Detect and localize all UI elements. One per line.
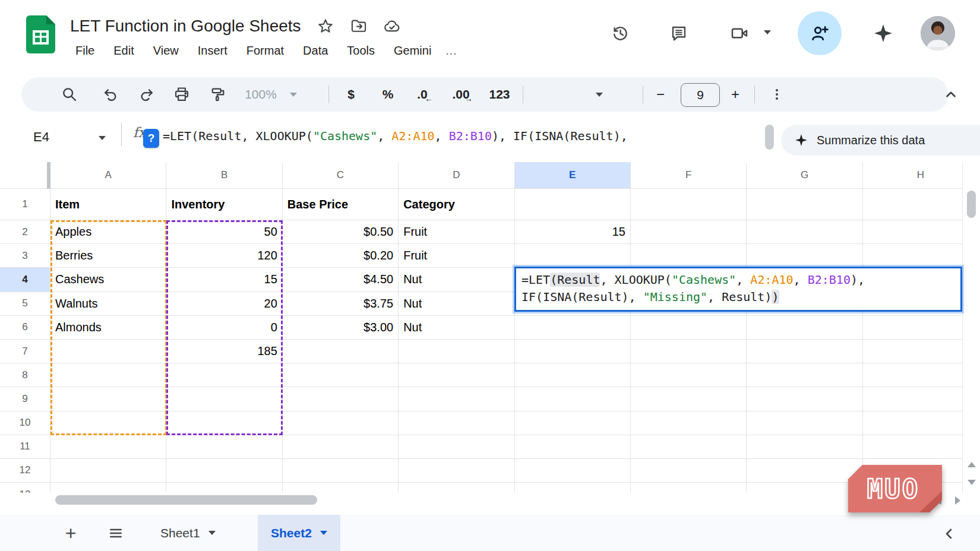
star-icon[interactable] xyxy=(317,17,334,35)
col-header-F[interactable]: F xyxy=(631,162,747,189)
cell-F2[interactable] xyxy=(631,220,747,244)
cell-F3[interactable] xyxy=(631,244,747,268)
redo-icon[interactable] xyxy=(133,77,160,112)
cell-A5[interactable]: Walnuts xyxy=(50,292,166,316)
cell-B12[interactable] xyxy=(166,459,282,483)
cell-A6[interactable]: Almonds xyxy=(50,316,166,340)
cell-A3[interactable]: Berries xyxy=(50,244,166,268)
cell-D5[interactable]: Nut xyxy=(399,292,514,316)
row-header-11[interactable]: 11 xyxy=(0,435,50,459)
cell-F10[interactable] xyxy=(631,411,747,435)
vertical-scrollbar[interactable] xyxy=(962,162,980,493)
menu-edit[interactable]: Edit xyxy=(107,43,140,59)
cell-G13[interactable] xyxy=(747,483,862,493)
row-header-10[interactable]: 10 xyxy=(0,411,50,435)
formula-help-badge[interactable]: ? xyxy=(143,129,159,148)
cell-B5[interactable]: 20 xyxy=(166,292,282,316)
row-header-5[interactable]: 5 xyxy=(0,292,50,316)
search-icon[interactable] xyxy=(56,77,83,112)
cell-A13[interactable] xyxy=(50,483,166,493)
cell-A2[interactable]: Apples xyxy=(50,220,166,244)
cell-F11[interactable] xyxy=(631,435,747,459)
gemini-sparkle-icon[interactable] xyxy=(870,20,897,47)
cell-D7[interactable] xyxy=(399,340,514,363)
cell-F12[interactable] xyxy=(631,459,747,483)
cell-H11[interactable] xyxy=(863,435,962,459)
scroll-right-icon[interactable] xyxy=(955,496,960,505)
cell-B11[interactable] xyxy=(166,435,282,459)
cell-E11[interactable] xyxy=(515,435,631,459)
cell-B1[interactable]: Inventory xyxy=(166,189,282,220)
menu-file[interactable]: File xyxy=(69,43,101,59)
sheet-tab-menu-caret[interactable] xyxy=(320,531,327,535)
row-header-6[interactable]: 6 xyxy=(0,316,50,340)
menu-format[interactable]: Format xyxy=(240,43,290,59)
name-box[interactable]: E4 xyxy=(23,124,112,151)
cell-B8[interactable] xyxy=(166,363,282,387)
cell-B3[interactable]: 120 xyxy=(166,244,282,268)
undo-icon[interactable] xyxy=(97,77,124,112)
cell-G9[interactable] xyxy=(747,387,862,411)
cell-C12[interactable] xyxy=(283,459,399,483)
font-dropdown-caret[interactable] xyxy=(596,93,603,97)
cell-C2[interactable]: $0.50 xyxy=(283,220,399,244)
cell-D11[interactable] xyxy=(399,435,514,459)
cell-A11[interactable] xyxy=(50,435,166,459)
scroll-down-icon[interactable] xyxy=(968,480,976,485)
cell-G6[interactable] xyxy=(747,316,862,340)
zoom-caret[interactable] xyxy=(290,93,297,97)
cell-C1[interactable]: Base Price xyxy=(283,189,399,220)
freeze-handle[interactable] xyxy=(47,162,50,189)
cell-H7[interactable] xyxy=(863,340,962,363)
col-header-H[interactable]: H xyxy=(863,162,962,189)
cell-F7[interactable] xyxy=(631,340,747,363)
collapse-side-panel-icon[interactable] xyxy=(937,522,961,546)
hide-menus-chevron-icon[interactable] xyxy=(936,77,966,112)
add-sheet-button[interactable]: + xyxy=(57,520,84,547)
row-header-7[interactable]: 7 xyxy=(0,340,50,363)
row-header-1[interactable]: 1 xyxy=(0,189,50,220)
cell-H3[interactable] xyxy=(863,244,962,268)
col-header-E[interactable]: E xyxy=(515,162,631,189)
cell-G12[interactable] xyxy=(747,459,862,483)
horizontal-scrollbar-thumb[interactable] xyxy=(55,495,317,505)
cell-G8[interactable] xyxy=(747,363,862,387)
cell-E6[interactable] xyxy=(515,316,631,340)
cell-C7[interactable] xyxy=(283,340,399,363)
cell-B9[interactable] xyxy=(166,387,282,411)
row-header-12[interactable]: 12 xyxy=(0,459,50,483)
menu-data[interactable]: Data xyxy=(296,43,334,59)
cell-A7[interactable] xyxy=(50,340,166,363)
row-header-4[interactable]: 4 xyxy=(0,268,50,292)
cell-C8[interactable] xyxy=(283,363,399,387)
cell-D4[interactable]: Nut xyxy=(399,268,514,292)
cell-D1[interactable]: Category xyxy=(399,189,514,220)
col-header-G[interactable]: G xyxy=(747,162,862,189)
cell-A1[interactable]: Item xyxy=(50,189,166,220)
cell-F6[interactable] xyxy=(631,316,747,340)
cell-C9[interactable] xyxy=(283,387,399,411)
print-icon[interactable] xyxy=(168,77,195,112)
cell-B4[interactable]: 15 xyxy=(166,268,282,292)
all-sheets-menu-icon[interactable] xyxy=(102,520,129,547)
zoom-control[interactable]: 100% xyxy=(240,77,282,112)
col-header-C[interactable]: C xyxy=(283,162,399,189)
cell-D9[interactable] xyxy=(399,387,514,411)
cell-C4[interactable]: $4.50 xyxy=(283,268,399,292)
cell-E8[interactable] xyxy=(515,363,631,387)
account-avatar[interactable] xyxy=(921,16,955,50)
move-folder-icon[interactable] xyxy=(350,17,368,35)
spreadsheet-grid[interactable]: ABCDEFGH1ItemInventoryBase PriceCategory… xyxy=(0,162,962,493)
cell-editor-E4[interactable]: =LET(Result, XLOOKUP("Cashews", A2:A10, … xyxy=(514,267,962,312)
meet-dropdown-caret[interactable] xyxy=(764,30,771,34)
cell-F9[interactable] xyxy=(631,387,747,411)
cell-H6[interactable] xyxy=(863,316,962,340)
comments-icon[interactable] xyxy=(665,20,693,47)
summarize-data-button[interactable]: Summarize this data xyxy=(781,125,980,156)
formula-input[interactable]: =LET(Result, XLOOKUP("Cashews", A2:A10, … xyxy=(163,122,754,150)
cell-G2[interactable] xyxy=(747,220,862,244)
cell-F1[interactable] xyxy=(631,189,747,220)
row-header-13[interactable]: 13 xyxy=(0,483,50,493)
menu-[interactable]: … xyxy=(444,43,463,59)
scroll-up-icon[interactable] xyxy=(968,462,976,467)
